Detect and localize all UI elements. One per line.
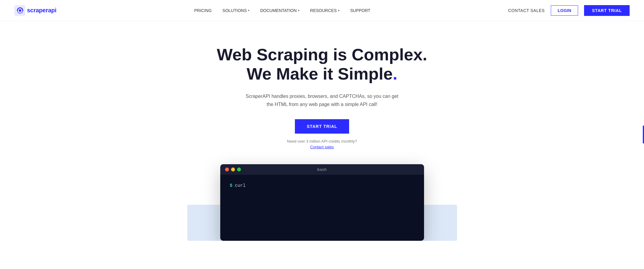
terminal-dot-green: [237, 168, 241, 171]
contact-note: Need over 3 million API credits monthly?: [287, 139, 357, 144]
login-button[interactable]: LOGIN: [551, 5, 578, 16]
nav-link-solutions[interactable]: SOLUTIONS ▾: [222, 8, 249, 13]
nav-item-documentation[interactable]: DOCUMENTATION ▾: [260, 8, 299, 13]
nav-link-support[interactable]: SUPPORT: [350, 8, 370, 13]
terminal-dot-red: [225, 168, 229, 171]
terminal-line: $ curl: [230, 183, 414, 188]
terminal-dot-yellow: [231, 168, 235, 171]
terminal-command: curl: [235, 183, 246, 188]
logo-text: scraperapi: [27, 7, 56, 14]
terminal-dots: [225, 168, 241, 171]
nav-item-solutions[interactable]: SOLUTIONS ▾: [222, 8, 249, 13]
terminal: bash $ curl: [220, 164, 424, 241]
chevron-down-icon: ▾: [298, 9, 299, 12]
chevron-down-icon: ▾: [338, 9, 340, 12]
chevron-down-icon: ▾: [248, 9, 249, 12]
logo-icon: [14, 5, 25, 16]
svg-point-1: [19, 9, 21, 12]
hero-subtitle: ScraperAPI handles proxies, browsers, an…: [244, 92, 400, 108]
nav-link-documentation[interactable]: DOCUMENTATION ▾: [260, 8, 299, 13]
start-trial-button-nav[interactable]: START TRIAL: [584, 5, 630, 16]
nav-links: PRICING SOLUTIONS ▾ DOCUMENTATION ▾ RESO…: [194, 8, 370, 13]
contact-sales-hero-link[interactable]: Contact sales: [310, 145, 334, 149]
hero-title: Web Scraping is Complex. We Make it Simp…: [217, 45, 427, 84]
hero-title-dot: .: [393, 64, 398, 83]
navbar: scraperapi PRICING SOLUTIONS ▾ DOCUMENTA…: [0, 0, 644, 21]
nav-link-pricing[interactable]: PRICING: [194, 8, 212, 13]
nav-item-resources[interactable]: RESOURCES ▾: [310, 8, 340, 13]
scroll-indicator[interactable]: [643, 125, 644, 144]
start-trial-button-hero[interactable]: START TRIAL: [295, 119, 349, 134]
nav-link-resources[interactable]: RESOURCES ▾: [310, 8, 340, 13]
contact-sales-link[interactable]: CONTACT SALES: [508, 8, 545, 13]
logo[interactable]: scraperapi: [14, 5, 56, 16]
terminal-wrapper: bash $ curl: [12, 164, 632, 241]
terminal-title: bash: [317, 167, 327, 172]
nav-item-support[interactable]: SUPPORT: [350, 8, 370, 13]
nav-item-pricing[interactable]: PRICING: [194, 8, 212, 13]
terminal-body: $ curl: [220, 175, 424, 241]
terminal-titlebar: bash: [220, 164, 424, 175]
nav-actions: CONTACT SALES LOGIN START TRIAL: [508, 5, 630, 16]
hero-section: Web Scraping is Complex. We Make it Simp…: [0, 21, 644, 241]
terminal-prompt: $: [230, 183, 233, 188]
